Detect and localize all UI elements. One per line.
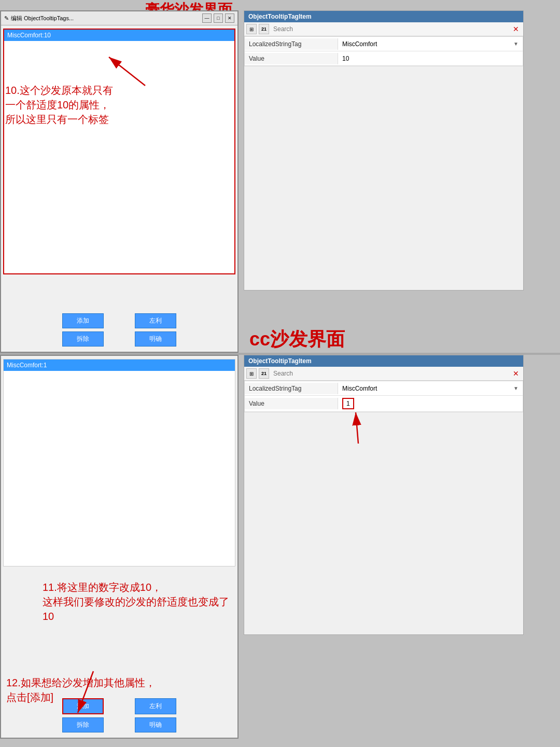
localized-label-top: LocalizedStringTag [245,38,338,50]
delete-button-top[interactable]: 拆除 [62,331,104,347]
property-panel-bottom: cc沙发界面 ObjectTooltipTagItem ⊞ 21 ✕ Local… [244,355,524,635]
maximize-button[interactable]: □ [214,13,223,23]
property-panel-top: ObjectTooltipTagItem ⊞ 21 ✕ LocalizedStr… [244,10,524,290]
localized-dropdown-bottom[interactable]: MiscComfort ▼ [342,385,519,392]
list-item-top-selected[interactable]: MiscComfort:10 [4,30,234,41]
search-input-top[interactable] [271,25,509,33]
value-label-bottom: Value [245,398,338,409]
property-titlebar-bottom: ObjectTooltipTagItem [244,355,523,367]
value-text-bottom[interactable]: 1 [342,398,354,409]
copy-button-top[interactable]: 左利 [135,313,176,328]
sort-icon-bottom[interactable]: ⊞ [246,368,257,379]
property-titlebar-top: ObjectTooltipTagItem [244,11,523,22]
copy-button-bottom[interactable]: 左利 [135,698,176,714]
localized-label-bottom: LocalizedStringTag [245,383,338,394]
dropdown-arrow-top: ▼ [513,41,519,47]
az-icon-top[interactable]: 21 [259,24,269,34]
editor-buttons-bottom: 添加 左利 拆除 明确 [1,698,237,732]
localized-value-text-bottom: MiscComfort [342,385,377,392]
search-clear-bottom[interactable]: ✕ [511,369,521,378]
value-field-top[interactable]: 10 [338,53,523,64]
localized-value-top[interactable]: MiscComfort ▼ [338,38,523,50]
btn-row-2-bottom: 拆除 明确 [62,717,176,732]
property-toolbar-bottom: ⊞ 21 ✕ [244,367,523,381]
btn-row-1-top: 添加 左利 [62,313,176,328]
az-icon-bottom[interactable]: 21 [259,368,269,379]
ok-button-top[interactable]: 明确 [135,331,176,347]
editor-window-bottom: MiscComfort:1 11.将这里的数字改成10， 这样我们要修改的沙发的… [0,355,239,739]
search-input-bottom[interactable] [271,369,509,378]
editor-window-top: ✎ 编辑 ObjectTooltipTags... — □ ✕ MiscComf… [0,10,239,353]
property-grid-bottom: LocalizedStringTag MiscComfort ▼ Value 1 [244,381,523,412]
property-toolbar-top: ⊞ 21 ✕ [244,22,523,36]
delete-button-bottom[interactable]: 拆除 [62,717,104,732]
close-button-top[interactable]: ✕ [225,13,234,23]
value-text-top: 10 [342,55,349,62]
dropdown-arrow-bottom: ▼ [513,385,519,391]
add-button-bottom[interactable]: 添加 [62,698,104,714]
ok-button-bottom[interactable]: 明确 [135,717,176,732]
value-field-bottom[interactable]: 1 [338,396,523,411]
win-controls-top: — □ ✕ [202,13,234,23]
editor-buttons-top: 添加 左利 拆除 明确 [1,313,237,347]
sort-icon-top[interactable]: ⊞ [246,24,257,34]
search-clear-top[interactable]: ✕ [511,25,521,33]
localized-value-bottom[interactable]: MiscComfort ▼ [338,383,523,394]
annotation-body-top: 10.这个沙发原本就只有 一个舒适度10的属性， 所以这里只有一个标签 [5,83,150,127]
editor-pencil-icon: ✎ [4,15,9,22]
svg-line-3 [356,412,358,444]
list-item-bottom-selected[interactable]: MiscComfort:1 [4,359,235,371]
property-row-value-top: Value 10 [245,51,523,66]
btn-row-2-top: 拆除 明确 [62,331,176,347]
minimize-button[interactable]: — [202,13,212,23]
value-label-top: Value [245,53,338,64]
btn-row-1-bottom: 添加 左利 [62,698,176,714]
property-grid-top: LocalizedStringTag MiscComfort ▼ Value 1… [244,36,523,66]
add-button-top[interactable]: 添加 [62,313,104,328]
property-row-localized-bottom: LocalizedStringTag MiscComfort ▼ [245,381,523,396]
annotation-cc-title: cc沙发界面 [249,327,345,352]
editor-titlebar-top: ✎ 编辑 ObjectTooltipTags... — □ ✕ [1,11,237,25]
localized-value-text-top: MiscComfort [342,40,377,48]
list-area-bottom: MiscComfort:1 [3,359,235,566]
property-row-localized-top: LocalizedStringTag MiscComfort ▼ [245,37,523,51]
property-row-value-bottom: Value 1 [245,396,523,412]
annotation-body-11: 11.将这里的数字改成10， 这样我们要修改的沙发的舒适度也变成了10 [43,580,240,624]
editor-title-text: 编辑 ObjectTooltipTags... [11,15,74,22]
list-area-top: MiscComfort:10 [3,29,235,274]
localized-dropdown-top[interactable]: MiscComfort ▼ [342,40,519,48]
